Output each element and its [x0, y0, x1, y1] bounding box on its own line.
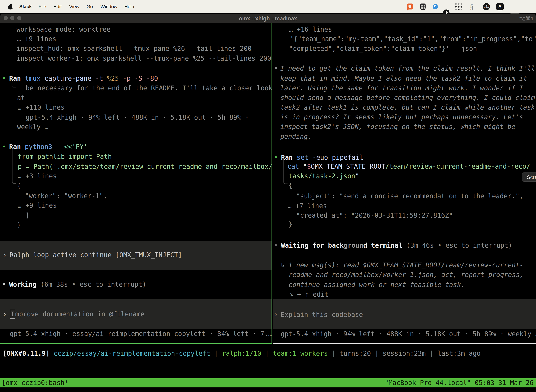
cat-output-line: "subject": "send a concise recommendatio… — [296, 191, 523, 201]
tmux-output-line: weekly … — [17, 122, 48, 132]
mailbox-message-line: continue assigned work or next feasible … — [289, 280, 465, 290]
tmux-host-clock: "MacBook-Pro-44.local" 05:03 31-Mar-26 — [385, 378, 534, 388]
prompt-input[interactable]: Explain this codebase — [281, 310, 363, 320]
config-line: inspect_hud: omx sparkshell --tmux-pane … — [17, 44, 252, 54]
reasoning-line: is in progress? It seems likely but perh… — [280, 112, 523, 122]
ralph-loop-status: Ralph loop active continue [OMX_TMUX_INJ… — [10, 250, 182, 260]
desktop: { "colors": { "accent_green": "#53b94f",… — [0, 0, 536, 392]
reasoning-bullet-icon: • — [274, 64, 278, 73]
python-output-line: { — [17, 181, 21, 191]
cat-output-line: } — [288, 219, 292, 229]
menu-bar: Slack File Edit View Go Window Help § ..… — [0, 0, 536, 13]
mailbox-arrow-icon: ↳ — [281, 260, 285, 270]
reasoning-line: task2 after task1 is complete, but can I… — [280, 103, 535, 112]
mailbox-message-line: 1 new msg(s): read $OMX_TEAM_STATE_ROOT/… — [288, 260, 523, 270]
tmux-session-label: [omx-cczip0:bash* — [2, 378, 68, 388]
cat-output-line: "created_at": "2026-03-31T11:59:27.816Z" — [296, 210, 453, 220]
config-line: inspect_worker-1: omx sparkshell --tmux-… — [17, 54, 271, 63]
battery-61-badge-icon[interactable]: ..61 — [483, 3, 490, 10]
reasoning-line: inspect task2's JSON, focusing on the st… — [280, 122, 515, 132]
letter-a-badge-icon[interactable]: A — [496, 3, 504, 10]
python-code-line: from pathlib import Path — [18, 152, 112, 162]
menu-edit[interactable]: Edit — [53, 0, 62, 13]
json-arg-line: '{"team_name":"my-team","task_id":"1","f… — [290, 34, 536, 44]
text-cursor: I — [10, 310, 15, 319]
prompt-chevron-icon: › — [274, 310, 278, 320]
omx-status-bar: [OMX#0.11.9] cczip/essay/ai-reimplementa… — [3, 349, 481, 359]
cat-command-line: cat "$OMX_TEAM_STATE_ROOT/team/review-cu… — [287, 162, 530, 171]
tmux-output-line: be necessary for the end of the README. … — [26, 83, 273, 93]
config-line: workspace_mode: worktree — [17, 25, 111, 34]
collapsed-lines-indicator: … +9 lines — [18, 201, 57, 210]
reasoning-line: I need to get the claim token from the c… — [280, 64, 535, 73]
python-output-line: ] — [25, 210, 29, 220]
tmux-output-line: at — [17, 93, 25, 103]
working-status: Working (6m 38s • esc to interrupt) — [9, 280, 146, 289]
menu-help[interactable]: Help — [124, 0, 134, 13]
json-arg-line: "completed","claim_token":"claim-token"}… — [289, 44, 477, 54]
mailbox-message-line: readme-and-reco/mailbox/worker-1.json, a… — [289, 270, 524, 280]
hook-icon[interactable]: § — [470, 4, 474, 10]
tmux-output-line: gpt-5.4 xhigh · 94% left · 488K in · 5.1… — [26, 112, 249, 122]
menu-app-name[interactable]: Slack — [19, 0, 32, 13]
screen-tooltip: Scre — [522, 173, 536, 182]
pane-divider[interactable] — [272, 23, 272, 344]
model-status-line: gpt-5.4 xhigh · 94% left · 488K in · 5.1… — [281, 329, 536, 339]
collapsed-lines-indicator: … +7 lines — [288, 201, 327, 211]
reasoning-line: keep that in mind. Maybe I also need the… — [280, 74, 527, 84]
menu-go[interactable]: Go — [86, 0, 93, 13]
keypad-shield-icon[interactable] — [420, 4, 426, 10]
tmux-status-bar: [omx-cczip0:bash* "MacBook-Pro-44.local"… — [0, 378, 536, 387]
output-connector — [283, 158, 287, 184]
window-title: omx --xhigh --madmax — [0, 14, 536, 23]
ran-python-command: Ran python3 - <<'PY' — [9, 142, 88, 152]
prompt-input[interactable]: Improve documentation in @filename — [10, 309, 144, 319]
edit-shortcut-hint: ⌥ + ↑ edit — [289, 289, 329, 299]
ran-bullet-icon: • — [2, 74, 6, 84]
collapsed-lines-indicator: … +9 lines — [17, 34, 56, 44]
waiting-status: Waiting for background terminal (3m 46s … — [281, 241, 512, 250]
collapsed-lines-indicator: … +110 lines — [18, 103, 65, 112]
right-pane-border — [273, 343, 536, 344]
ran-tmux-command: Ran tmux capture-pane -t %25 -p -S -80 — [9, 74, 158, 84]
blue-badge-icon[interactable] — [433, 4, 438, 9]
ran-bullet-icon: • — [2, 142, 6, 152]
cat-output-line: { — [288, 181, 292, 191]
reasoning-line: later. Using the same for transition mig… — [280, 83, 523, 93]
python-output-line: } — [17, 220, 21, 230]
prompt-chevron-icon: › — [3, 309, 7, 319]
dots-grid-icon[interactable] — [455, 3, 463, 10]
working-bullet-icon: • — [2, 280, 6, 289]
ran-bullet-icon: • — [274, 153, 278, 163]
screen-recording-indicator-icon[interactable] — [407, 4, 413, 9]
chevron-icon: › — [3, 250, 7, 260]
ran-set-command: Ran set -euo pipefail — [281, 153, 363, 163]
reasoning-line: should send a message before completing … — [280, 93, 535, 103]
window-shortcut-hint: ⌥⌘1 — [519, 14, 534, 23]
collapsed-lines-indicator: … +16 lines — [289, 25, 332, 34]
apple-menu-icon[interactable] — [8, 4, 13, 9]
model-status-line: gpt-5.4 xhigh · essay/ai-reimplementatio… — [10, 329, 272, 339]
reasoning-line: pending. — [280, 132, 312, 142]
waiting-bullet-icon: • — [274, 241, 278, 250]
menu-window[interactable]: Window — [100, 0, 117, 13]
output-connector — [12, 79, 16, 88]
output-connector — [12, 147, 16, 184]
collapsed-lines-indicator: … +3 lines — [18, 171, 57, 181]
python-output-line: "worker": "worker-1", — [25, 191, 107, 201]
left-pane-border — [0, 343, 272, 344]
menu-file[interactable]: File — [38, 0, 46, 13]
python-code-line: p = Path('.omx/state/team/review-current… — [18, 162, 273, 172]
cat-command-line: tasks/task-2.json" — [289, 171, 359, 181]
menu-view[interactable]: View — [69, 0, 79, 13]
